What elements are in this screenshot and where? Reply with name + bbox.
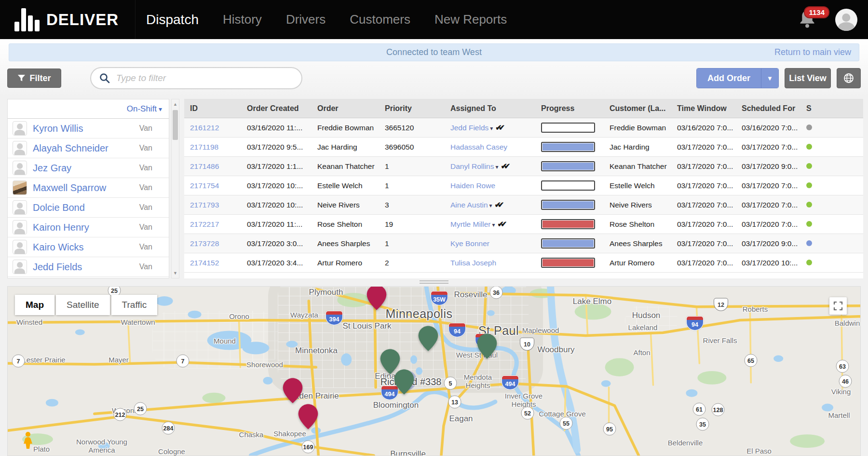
scroll-down-arrow[interactable]: ▼ — [172, 269, 179, 277]
search-input[interactable] — [90, 67, 302, 89]
driver-name-link[interactable]: Maxwell Sparrow — [33, 182, 106, 193]
assigned-driver-link[interactable]: Kye Bonner — [450, 239, 489, 248]
assigned-dropdown-caret[interactable]: ▾ — [492, 221, 495, 228]
order-row[interactable]: 217119803/17/2020 9:5...Jac Harding36960… — [184, 138, 863, 157]
driver-row[interactable]: Kairo WicksVan — [8, 237, 169, 257]
order-pin-green[interactable] — [393, 369, 415, 395]
order-row[interactable]: 217372803/17/2020 3:0...Anees Sharples1K… — [184, 234, 863, 253]
nav-item-dispatch[interactable]: Dispatch — [146, 12, 199, 28]
driver-name-link[interactable]: Kyron Willis — [33, 123, 83, 134]
user-avatar[interactable] — [835, 9, 857, 31]
driver-row[interactable]: Jedd FieldsVan — [8, 257, 169, 277]
map-canvas[interactable]: WinstedWatertownOronoWayzataPlymouthMinn… — [7, 286, 861, 456]
shift-filter-dropdown[interactable]: On-Shift — [127, 104, 162, 114]
drivers-panel-header: On-Shift — [8, 99, 169, 119]
driver-row[interactable]: Kyron WillisVan — [8, 119, 169, 138]
route-marker-284: 284 — [162, 422, 175, 435]
driver-row[interactable]: Dolcie BondVan — [8, 198, 169, 218]
driver-avatar-icon — [13, 260, 27, 274]
driver-row[interactable]: Jez GrayVan — [8, 158, 169, 178]
customer-cell: Jac Harding — [604, 143, 671, 152]
return-main-view-link[interactable]: Return to main view — [774, 47, 851, 57]
assigned-driver-link[interactable]: Haiden Rowe — [450, 181, 495, 190]
order-row[interactable]: 216121203/16/2020 11:...Freddie Bowman36… — [184, 118, 863, 138]
driver-name-link[interactable]: Jez Gray — [33, 163, 71, 174]
assigned-driver-link[interactable]: Jedd Fields — [450, 124, 488, 132]
column-header-s: S — [800, 104, 825, 113]
assigned-driver-link[interactable]: Danyl Rollins — [450, 162, 494, 170]
order-id-link[interactable]: 2173728 — [190, 239, 219, 248]
order-row[interactable]: 217415203/17/2020 3:4...Artur Romero2Tul… — [184, 253, 863, 273]
order-pin-crimson[interactable] — [298, 403, 319, 430]
assigned-driver-link[interactable]: Tulisa Joseph — [450, 259, 496, 267]
driver-name-link[interactable]: Alayah Schneider — [33, 143, 108, 154]
scrollbar-thumb[interactable] — [173, 110, 178, 140]
order-id-cell: 2172217 — [184, 220, 241, 229]
driver-vehicle-label: Van — [139, 243, 152, 251]
time-window-cell: 03/17/2020 7:0... — [671, 239, 736, 248]
map-type-button-satellite[interactable]: Satellite — [56, 295, 110, 315]
driver-vehicle-label: Van — [139, 263, 152, 271]
add-order-split-button: Add Order ▼ — [696, 68, 779, 88]
add-order-dropdown[interactable]: ▼ — [761, 69, 778, 88]
order-id-link[interactable]: 2174152 — [190, 259, 219, 267]
assigned-driver-link[interactable]: Aine Austin — [450, 201, 488, 209]
assigned-driver-link[interactable]: Myrtle Miller — [450, 220, 491, 228]
driver-list: Kyron WillisVanAlayah SchneiderVanJez Gr… — [8, 119, 169, 277]
column-header-assigned-to: Assigned To — [445, 104, 535, 113]
driver-row[interactable]: Kairon HenryVan — [8, 218, 169, 237]
assigned-dropdown-caret[interactable]: ▾ — [489, 202, 492, 209]
order-id-link[interactable]: 2161212 — [190, 124, 219, 132]
order-pin-crimson[interactable] — [282, 377, 303, 404]
map-view-button[interactable] — [837, 68, 861, 88]
nav-item-new-reports[interactable]: New Reports — [434, 12, 507, 27]
driver-name-link[interactable]: Dolcie Bond — [33, 202, 85, 213]
scroll-up-arrow[interactable]: ▲ — [172, 100, 179, 108]
brand-logo[interactable]: DELIVER — [0, 0, 136, 39]
nav-item-drivers[interactable]: Drivers — [286, 12, 326, 27]
status-cell — [800, 259, 825, 267]
map-type-button-traffic[interactable]: Traffic — [111, 295, 158, 315]
column-header-priority: Priority — [379, 104, 445, 113]
panel-resize-handle[interactable] — [420, 279, 448, 285]
driver-name-link[interactable]: Jedd Fields — [33, 262, 82, 273]
driver-name-link[interactable]: Kairo Wicks — [33, 242, 84, 253]
notifications-button[interactable]: 1134 — [798, 7, 823, 32]
order-id-link[interactable]: 2171754 — [190, 181, 219, 190]
assigned-dropdown-caret[interactable]: ▾ — [490, 125, 493, 132]
fullscreen-button[interactable] — [829, 297, 847, 315]
order-id-link[interactable]: 2172217 — [190, 220, 219, 228]
pegman-icon[interactable] — [20, 431, 36, 449]
list-view-button[interactable]: List View — [785, 68, 831, 88]
driver-row[interactable]: Alayah SchneiderVan — [8, 138, 169, 158]
order-row[interactable]: 217179303/17/2020 10:...Neive Rivers3Ain… — [184, 195, 863, 215]
drivers-scrollbar[interactable]: ▲ ▼ — [171, 99, 179, 278]
nav-item-history[interactable]: History — [223, 12, 262, 27]
progress-bar — [541, 180, 595, 191]
fullscreen-icon — [833, 301, 843, 311]
order-pin-crimson[interactable] — [366, 286, 387, 311]
driver-avatar-icon — [13, 161, 27, 175]
order-pin-green[interactable] — [418, 325, 439, 352]
driver-row[interactable]: Maxwell SparrowVan — [8, 178, 169, 198]
order-row[interactable]: 217175403/17/2020 10:...Estelle Welch1Ha… — [184, 176, 863, 195]
route-marker-5: 5 — [444, 377, 457, 390]
order-id-link[interactable]: 2171198 — [190, 143, 218, 151]
order-row[interactable]: 217221703/17/2020 11:...Rose Shelton19My… — [184, 215, 863, 234]
order-id-link[interactable]: 2171486 — [190, 162, 219, 170]
nav-item-customers[interactable]: Customers — [350, 12, 410, 27]
order-row[interactable]: 217148603/17/2020 1:1...Keanan Thatcher1… — [184, 157, 863, 176]
driver-name-link[interactable]: Kairon Henry — [33, 222, 89, 233]
order-created-cell: 03/17/2020 11:... — [241, 220, 312, 229]
order-id-link[interactable]: 2171793 — [190, 201, 219, 209]
add-order-button[interactable]: Add Order — [697, 69, 761, 88]
order-id-cell: 2173728 — [184, 239, 241, 248]
order-pin-green[interactable] — [476, 333, 498, 359]
assigned-dropdown-caret[interactable]: ▾ — [495, 164, 498, 170]
time-window-cell: 03/17/2020 7:0... — [671, 181, 736, 190]
filter-button[interactable]: Filter — [7, 69, 61, 88]
progress-cell — [535, 180, 604, 191]
assigned-driver-link[interactable]: Hadassah Casey — [450, 143, 507, 151]
nav-menu: DispatchHistoryDriversCustomersNew Repor… — [136, 12, 507, 28]
map-type-button-map[interactable]: Map — [15, 295, 54, 315]
